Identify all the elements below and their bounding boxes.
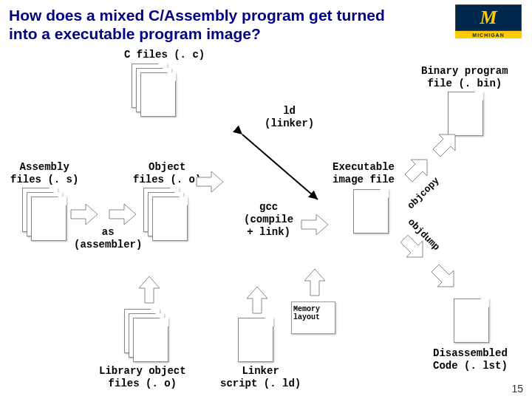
doc-binary (448, 92, 483, 136)
label-assembler: as (assembler) (74, 226, 142, 251)
file-icon (31, 197, 66, 241)
memory-layout-box: Memory layout (291, 301, 335, 334)
doc-executable (353, 189, 389, 233)
slide-number: 15 (511, 383, 523, 395)
file-icon (133, 318, 168, 362)
label-library: Library object files (. o) (99, 365, 186, 390)
label-object: Object files (. o) (133, 161, 201, 186)
docstack-library (124, 309, 168, 362)
label-disassembled: Disassembled Code (. lst) (433, 347, 508, 372)
label-objdump: objdump (405, 216, 442, 253)
logo-band: MICHIGAN (455, 31, 522, 38)
docstack-c-files (132, 64, 176, 117)
page-title: How does a mixed C/Assembly program get … (9, 6, 393, 43)
file-icon (140, 72, 176, 117)
label-assembly: Assembly files (. s) (10, 161, 78, 186)
michigan-logo: M MICHIGAN (455, 4, 522, 40)
label-gcc: gcc (compile + link) (244, 201, 293, 238)
file-icon (152, 197, 188, 241)
label-linker-script: Linker script (. ld) (220, 365, 301, 390)
doc-linker-script (238, 318, 273, 362)
label-binary: Binary program file (. bin) (421, 65, 508, 90)
label-c-files: C files (. c) (124, 49, 205, 61)
docstack-object (143, 188, 188, 241)
label-executable: Executable image file (332, 161, 395, 186)
docstack-assembly (22, 188, 66, 241)
label-objcopy: objcopy (405, 175, 442, 212)
doc-disassembled (454, 299, 489, 343)
logo-m-icon: M (480, 7, 497, 29)
label-linker: ld (linker) (265, 105, 314, 130)
svg-line-0 (242, 134, 318, 200)
